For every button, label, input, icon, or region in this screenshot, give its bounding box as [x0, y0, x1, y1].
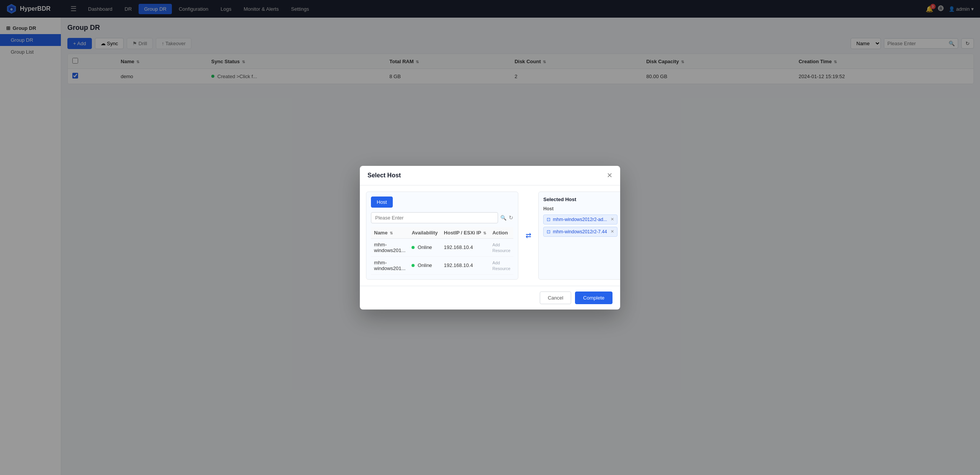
host-icon-0: ⊡ [547, 217, 550, 222]
cancel-button[interactable]: Cancel [540, 292, 571, 304]
host-col-name: Name ⇅ [371, 227, 408, 239]
host-search-icon[interactable]: 🔍 [500, 215, 506, 221]
host-search-input[interactable] [371, 212, 498, 223]
selected-host-tag-1: ⊡ mhm-windows2012r2-7.44 ✕ [543, 227, 617, 237]
select-host-modal: Select Host ✕ Host 🔍 ↻ [360, 166, 620, 310]
availability-dot-icon [412, 246, 415, 249]
selected-host-panel: Selected Host Host ⊡ mhm-windows2012r2-a… [538, 192, 620, 280]
host-col-ip: HostIP / ESXi IP ⇅ [441, 227, 490, 239]
add-resource-link-1[interactable]: Add Resource [492, 260, 510, 271]
host-search: 🔍 ↻ [371, 212, 513, 223]
host-row-availability: Online [408, 238, 441, 256]
remove-host-0-button[interactable]: ✕ [611, 217, 614, 222]
transfer-icon-wrap: ⇄ [523, 192, 534, 280]
host-table-row: mhm-windows201... Online 192.168.10.4 Ad… [371, 256, 513, 274]
host-col-availability: Availability [408, 227, 441, 239]
modal-footer: Cancel Complete [360, 286, 620, 310]
host-left-panel: Host 🔍 ↻ Name ⇅ Availability HostIP / ES… [366, 192, 518, 280]
host-row-ip: 192.168.10.4 [441, 238, 490, 256]
availability-dot-icon [412, 264, 415, 267]
modal-overlay[interactable]: Select Host ✕ Host 🔍 ↻ [0, 0, 980, 475]
host-row-availability: Online [408, 256, 441, 274]
modal-body: Host 🔍 ↻ Name ⇅ Availability HostIP / ES… [360, 185, 620, 286]
host-table: Name ⇅ Availability HostIP / ESXi IP ⇅ A… [371, 227, 513, 275]
select-host-layout: Host 🔍 ↻ Name ⇅ Availability HostIP / ES… [366, 192, 614, 280]
host-search-refresh-icon[interactable]: ↻ [509, 215, 513, 221]
host-table-row: mhm-windows201... Online 192.168.10.4 Ad… [371, 238, 513, 256]
selected-host-subtitle: Host [543, 206, 617, 211]
host-icon-1: ⊡ [547, 229, 550, 234]
remove-host-1-button[interactable]: ✕ [611, 229, 614, 234]
transfer-icon[interactable]: ⇄ [526, 231, 531, 240]
modal-title: Select Host [368, 172, 401, 179]
modal-close-button[interactable]: ✕ [607, 172, 612, 179]
selected-host-name-0: mhm-windows2012r2-ad... [553, 217, 607, 222]
selected-host-name-1: mhm-windows2012r2-7.44 [553, 229, 607, 234]
selected-host-tag-0: ⊡ mhm-windows2012r2-ad... ✕ [543, 215, 617, 224]
host-row-name: mhm-windows201... [371, 256, 408, 274]
host-row-ip: 192.168.10.4 [441, 256, 490, 274]
add-resource-link-0[interactable]: Add Resource [492, 242, 510, 253]
modal-header: Select Host ✕ [360, 166, 620, 185]
host-tab[interactable]: Host [371, 197, 393, 208]
host-col-action: Action [489, 227, 513, 239]
host-row-name: mhm-windows201... [371, 238, 408, 256]
host-tabs: Host [371, 197, 513, 208]
selected-panel-title: Selected Host [543, 197, 617, 202]
complete-button[interactable]: Complete [575, 292, 612, 304]
